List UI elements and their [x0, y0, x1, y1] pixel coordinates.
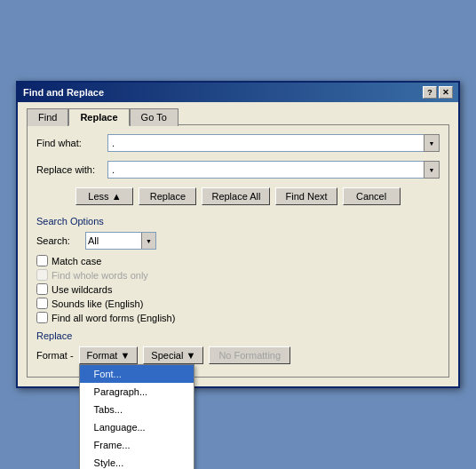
- sounds-like-row: Sounds like (English): [36, 298, 440, 309]
- use-wildcards-label: Use wildcards: [52, 284, 112, 295]
- replace-all-button[interactable]: Replace All: [202, 187, 270, 205]
- tab-replace[interactable]: Replace: [68, 108, 129, 126]
- search-select-row: Search: All ▼: [36, 232, 440, 250]
- match-case-row: Match case: [36, 255, 440, 266]
- close-button[interactable]: ✕: [439, 86, 453, 99]
- search-select[interactable]: All: [88, 235, 154, 246]
- find-whole-checkbox[interactable]: [36, 269, 48, 281]
- cancel-button[interactable]: Cancel: [343, 187, 401, 205]
- title-bar-buttons: ? ✕: [423, 86, 453, 99]
- replace-with-label: Replace with:: [36, 164, 107, 175]
- match-case-checkbox[interactable]: [36, 255, 48, 266]
- tab-goto[interactable]: Go To: [130, 108, 178, 126]
- replace-with-dropdown-arrow[interactable]: ▼: [424, 161, 440, 179]
- match-case-label: Match case: [52, 256, 101, 266]
- dialog-title: Find and Replace: [23, 87, 104, 98]
- dialog-body: Find Replace Go To Find what: ▼ Replace …: [18, 102, 458, 386]
- find-whole-row: Find whole words only: [36, 269, 440, 281]
- tab-find[interactable]: Find: [27, 108, 68, 126]
- less-button[interactable]: Less ▲: [75, 187, 133, 205]
- no-formatting-button[interactable]: No Formatting: [209, 346, 290, 364]
- action-buttons-row: Less ▲ Replace Replace All Find Next Can…: [36, 187, 440, 205]
- format-style-item[interactable]: Style...: [80, 454, 194, 469]
- format-frame-item[interactable]: Frame...: [80, 436, 194, 454]
- replace-with-input[interactable]: [107, 161, 440, 179]
- all-word-forms-label: Find all word forms (English): [52, 313, 175, 323]
- tab-content: Find what: ▼ Replace with: ▼ Less ▲ Repl…: [27, 124, 449, 378]
- replace-with-input-container: ▼: [107, 161, 440, 179]
- find-what-input-container: ▼: [107, 134, 440, 152]
- find-what-input[interactable]: [107, 134, 440, 152]
- find-what-row: Find what: ▼: [36, 134, 440, 152]
- find-what-dropdown-arrow[interactable]: ▼: [424, 134, 440, 152]
- title-bar: Find and Replace ? ✕: [18, 83, 458, 102]
- help-button[interactable]: ?: [423, 86, 437, 99]
- all-word-forms-row: Find all word forms (English): [36, 312, 440, 323]
- replace-with-row: Replace with: ▼: [36, 161, 440, 179]
- tab-bar: Find Replace Go To: [27, 107, 449, 125]
- format-tabs-item[interactable]: Tabs...: [80, 401, 194, 418]
- use-wildcards-row: Use wildcards: [36, 283, 440, 295]
- replace-button[interactable]: Replace: [139, 187, 196, 205]
- search-label: Search:: [36, 235, 85, 246]
- find-what-label: Find what:: [36, 138, 107, 148]
- search-select-container[interactable]: All ▼: [85, 232, 156, 250]
- use-wildcards-checkbox[interactable]: [36, 283, 48, 295]
- format-dash-label: Format -: [36, 350, 74, 361]
- format-font-item[interactable]: Font...: [80, 365, 194, 383]
- format-language-item[interactable]: Language...: [80, 418, 194, 436]
- special-button[interactable]: Special ▼: [143, 346, 203, 364]
- all-word-forms-checkbox[interactable]: [36, 312, 48, 323]
- format-button[interactable]: Format ▼: [79, 346, 139, 364]
- sounds-like-label: Sounds like (English): [52, 298, 143, 309]
- search-options-label[interactable]: Search Options: [36, 216, 440, 227]
- format-paragraph-item[interactable]: Paragraph...: [80, 383, 194, 401]
- format-dropdown-container: Format ▼ Font... Paragraph... Tabs... La…: [79, 346, 139, 364]
- format-dropdown-menu: Font... Paragraph... Tabs... Language...…: [79, 364, 194, 469]
- sounds-like-checkbox[interactable]: [36, 298, 48, 309]
- find-next-button[interactable]: Find Next: [275, 187, 337, 205]
- replace-section-link[interactable]: Replace: [36, 330, 440, 341]
- format-buttons-row: Format - Format ▼ Font... Paragraph... T…: [36, 346, 440, 364]
- find-replace-dialog: Find and Replace ? ✕ Find Replace Go To …: [16, 81, 460, 388]
- find-whole-label: Find whole words only: [52, 270, 148, 281]
